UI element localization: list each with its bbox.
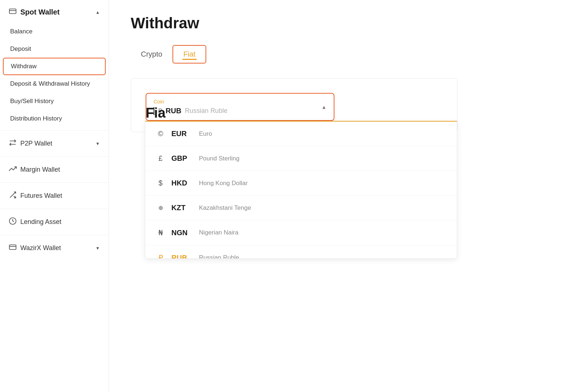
gbp-icon: £ [155,154,166,163]
sidebar: Spot Wallet ▲ Balance Deposit Withdraw D… [0,0,109,392]
sidebar-item-deposit[interactable]: Deposit [0,40,109,58]
margin-wallet-label: Margin Wallet [20,166,60,173]
kzt-name: Kazakhstani Tenge [199,204,251,212]
dropdown-arrow-icon: ▲ [321,104,326,110]
spot-wallet-section: Spot Wallet ▲ Balance Deposit Withdraw D… [0,0,109,127]
futures-wallet-item[interactable]: Futures Wallet [0,184,109,207]
svg-rect-0 [9,9,16,14]
futures-wallet-icon [9,191,17,201]
page-title: Withdraw [131,15,559,32]
hkd-name: Hong Kong Dollar [199,180,248,187]
hkd-icon: $ [155,179,166,187]
sidebar-item-balance[interactable]: Balance [0,23,109,40]
eur-icon: © [155,130,166,138]
main-content: Withdraw Crypto Fiat Coin ₽ RUB Russian … [109,0,581,392]
withdraw-card: Coin ₽ RUB Russian Ruble ▲ © EUR Euro £ [131,78,458,132]
p2p-wallet-label: P2P Wallet [20,140,52,147]
kzt-icon: ⊕ [155,204,166,211]
margin-wallet-icon [9,165,17,175]
wazirx-wallet-label: WazirX Wallet [20,244,61,252]
spot-wallet-header[interactable]: Spot Wallet ▲ [0,0,109,23]
dropdown-item-rub[interactable]: ₽ RUB Russian Ruble [145,245,457,259]
dropdown-item-hkd[interactable]: $ HKD Hong Kong Dollar [145,171,457,196]
ngn-code: NGN [171,229,193,237]
ngn-icon: ₦ [155,228,166,237]
eur-name: Euro [199,130,212,138]
spot-wallet-nav: Balance Deposit Withdraw Deposit & Withd… [0,23,109,127]
dropdown-item-gbp[interactable]: £ GBP Pound Sterling [145,146,457,171]
kzt-code: KZT [171,204,193,212]
margin-wallet-item[interactable]: Margin Wallet [0,158,109,181]
coin-select-field[interactable]: Coin ₽ RUB Russian Ruble ▲ [146,93,334,121]
tab-crypto[interactable]: Crypto [131,46,172,63]
coin-field-value: ₽ RUB Russian Ruble [154,107,326,115]
currency-dropdown-list: © EUR Euro £ GBP Pound Sterling $ HKD Ho… [145,121,457,259]
gbp-name: Pound Sterling [199,155,240,162]
dropdown-item-kzt[interactable]: ⊕ KZT Kazakhstani Tenge [145,196,457,220]
p2p-wallet-item[interactable]: P2P Wallet ▼ [0,132,109,155]
eur-code: EUR [171,130,193,138]
wazirx-wallet-item[interactable]: WazirX Wallet ▼ [0,237,109,260]
sidebar-item-buy-sell-history[interactable]: Buy/Sell History [0,93,109,110]
gbp-code: GBP [171,154,193,163]
spot-wallet-label: Spot Wallet [20,8,60,16]
wazirx-wallet-chevron: ▼ [96,246,100,251]
rub-code: RUB [171,254,193,259]
sidebar-item-withdraw[interactable]: Withdraw [3,58,106,75]
tab-fiat[interactable]: Fiat [172,45,206,64]
rub-name: Russian Ruble [199,254,239,259]
spot-wallet-chevron: ▲ [96,10,100,15]
tabs-row: Crypto Fiat [131,45,559,64]
coin-full-name: Russian Ruble [185,107,227,115]
sidebar-item-distribution-history[interactable]: Distribution History [0,110,109,127]
ngn-name: Nigerian Naira [199,229,239,236]
dropdown-item-ngn[interactable]: ₦ NGN Nigerian Naira [145,220,457,245]
p2p-wallet-chevron: ▼ [96,141,100,146]
coin-code: RUB [166,107,181,115]
lending-asset-icon [9,217,17,227]
wazirx-wallet-icon [9,243,17,253]
svg-rect-4 [9,245,16,250]
rub-icon: ₽ [155,253,166,259]
p2p-wallet-icon [9,139,17,148]
lending-asset-label: Lending Asset [20,218,61,226]
dropdown-item-eur[interactable]: © EUR Euro [145,122,457,146]
spot-wallet-icon [9,7,17,17]
hkd-code: HKD [171,179,193,187]
futures-wallet-label: Futures Wallet [20,192,62,200]
lending-asset-item[interactable]: Lending Asset [0,211,109,233]
coin-field-label: Coin [154,99,326,105]
fiat-bottom-heading: Fia [146,105,166,121]
sidebar-item-deposit-withdrawal-history[interactable]: Deposit & Withdrawal History [0,75,109,93]
